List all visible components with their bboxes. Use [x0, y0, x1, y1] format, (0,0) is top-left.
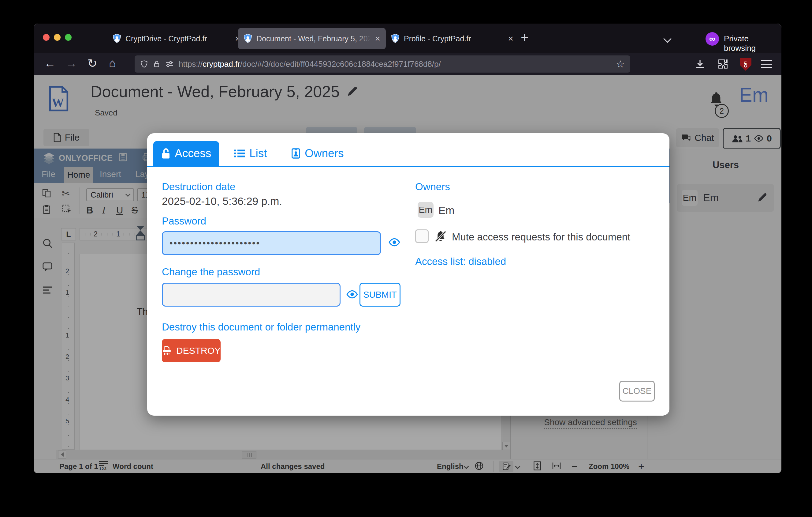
forward-button[interactable]: →	[65, 57, 77, 70]
https-lock-icon[interactable]	[153, 60, 160, 68]
dialog-tab-access[interactable]: Access	[153, 141, 219, 166]
bell-slash-icon	[434, 230, 447, 243]
permissions-icon[interactable]	[165, 60, 174, 68]
list-icon	[234, 148, 245, 158]
dialog-tab-list[interactable]: List	[226, 141, 275, 166]
ublock-origin-icon[interactable]: uO	[740, 58, 751, 71]
downloads-icon[interactable]	[695, 58, 705, 70]
mute-requests-label: Mute access requests for this document	[452, 231, 630, 243]
tab-document-active[interactable]: Document - Wed, February 5, 2025 ×	[238, 28, 386, 49]
destruction-date-value: 2025-02-10, 5:36:29 p.m.	[162, 195, 282, 207]
change-password-label: Change the password	[162, 266, 260, 278]
window-zoom-button[interactable]	[65, 34, 71, 41]
tab-close-icon[interactable]: ×	[375, 34, 380, 43]
new-tab-button[interactable]: +	[521, 30, 529, 45]
shredder-icon	[162, 346, 172, 356]
back-button[interactable]: ←	[44, 57, 56, 70]
tab-list-chevron-icon[interactable]	[663, 35, 672, 43]
close-button[interactable]: CLOSE	[619, 381, 655, 402]
reload-button[interactable]: ↻	[87, 57, 97, 70]
destroy-heading: Destroy this document or folder permanen…	[162, 321, 360, 333]
home-button[interactable]: ⌂	[109, 57, 116, 70]
private-browsing-mask-icon: ∞	[705, 32, 719, 46]
cryptpad-favicon	[391, 34, 400, 44]
browser-tab-bar: CryptDrive - CryptPad.fr × Document - We…	[34, 24, 781, 53]
id-card-icon	[291, 147, 300, 159]
tabs-underline	[147, 166, 669, 167]
mute-requests-checkbox[interactable]	[415, 229, 429, 243]
access-list-link[interactable]: Access list: disabled	[415, 256, 506, 267]
window-minimize-button[interactable]	[54, 34, 61, 41]
show-password-eye-icon[interactable]	[388, 238, 401, 247]
browser-window: CryptDrive - CryptPad.fr × Document - We…	[34, 24, 781, 473]
tab-title-fade	[356, 34, 371, 43]
new-password-field[interactable]	[162, 283, 341, 306]
tab-title: CryptDrive - CryptPad.fr	[125, 34, 231, 43]
owner-avatar-badge: Em	[417, 202, 434, 218]
owners-label: Owners	[415, 181, 450, 193]
tab-title: Document - Wed, February 5, 2025	[256, 34, 371, 43]
tab-profile[interactable]: Profile - CryptPad.fr ×	[385, 28, 519, 49]
url-text: https://cryptpad.fr/doc/#/3/doc/edit/ff0…	[179, 59, 441, 69]
menu-hamburger-icon[interactable]	[761, 60, 772, 68]
url-bar[interactable]: https://cryptpad.fr/doc/#/3/doc/edit/ff0…	[135, 55, 630, 73]
access-dialog: Access List Owners Destruction date 2025…	[147, 133, 669, 416]
password-field[interactable]	[162, 231, 381, 255]
tracking-protection-shield-icon[interactable]	[140, 59, 148, 69]
submit-button[interactable]: SUBMIT	[359, 283, 401, 306]
show-new-password-eye-icon[interactable]	[346, 290, 358, 299]
tab-close-icon[interactable]: ×	[508, 34, 513, 43]
tab-title: Profile - CryptPad.fr	[404, 34, 503, 43]
password-label: Password	[162, 215, 206, 227]
cryptpad-favicon	[243, 34, 252, 44]
dialog-tab-owners[interactable]: Owners	[283, 141, 351, 166]
destroy-button[interactable]: DESTROY	[162, 339, 221, 362]
access-lock-icon	[161, 148, 170, 159]
private-browsing-label: Private browsing	[724, 34, 781, 53]
cryptpad-favicon	[113, 34, 121, 44]
extensions-puzzle-icon[interactable]	[718, 58, 728, 70]
browser-nav-bar: ← → ↻ ⌂ https://cryptpad.fr/doc/#/3/doc/…	[34, 53, 781, 75]
tab-cryptdrive[interactable]: CryptDrive - CryptPad.fr ×	[107, 28, 246, 49]
window-close-button[interactable]	[43, 34, 50, 41]
destruction-date-label: Destruction date	[162, 181, 235, 193]
owner-name: Em	[438, 204, 455, 217]
bookmark-star-icon[interactable]: ☆	[616, 58, 625, 70]
